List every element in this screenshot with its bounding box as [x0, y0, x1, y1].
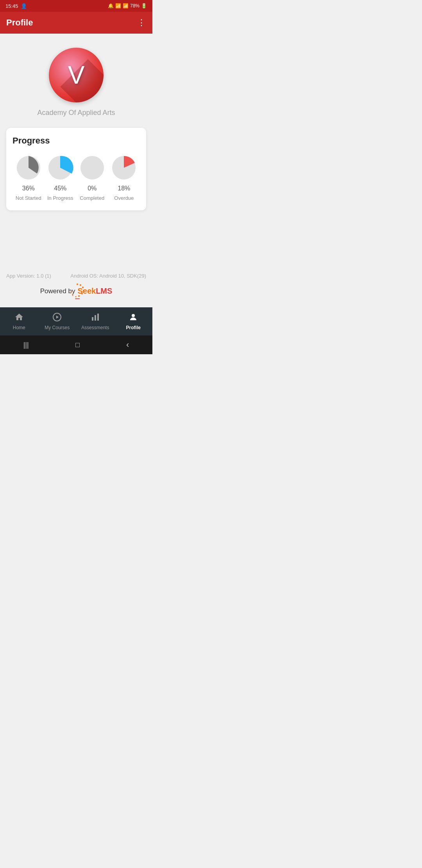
android-nav-bar: ||| □ ‹: [0, 335, 152, 354]
pct-in-progress: 45%: [54, 185, 66, 192]
logo-arc-icon: [70, 283, 84, 299]
svg-point-8: [81, 293, 83, 294]
pct-not-started: 36%: [22, 185, 35, 192]
home-button[interactable]: □: [75, 341, 80, 349]
more-options-button[interactable]: ⋮: [137, 18, 146, 28]
svg-marker-15: [56, 316, 59, 319]
person-icon: [129, 312, 138, 323]
play-icon: [52, 312, 62, 323]
school-name: Academy Of Applied Arts: [37, 109, 115, 117]
avatar: V: [49, 48, 104, 102]
svg-point-4: [77, 283, 78, 285]
home-icon: [14, 312, 24, 323]
progress-item-in-progress: 45% In Progress: [46, 154, 74, 201]
nav-label-assessments: Assessments: [81, 325, 109, 330]
label-completed: Completed: [80, 195, 104, 201]
status-time: 15:45: [5, 3, 18, 9]
app-bar-title: Profile: [6, 18, 33, 28]
progress-item-completed: 0% Completed: [78, 154, 106, 201]
nav-item-my-courses[interactable]: My Courses: [38, 312, 77, 330]
pct-completed: 0%: [88, 185, 97, 192]
svg-point-9: [78, 295, 80, 297]
nav-item-profile[interactable]: Profile: [114, 312, 153, 330]
wifi-icon: 📶: [115, 3, 121, 9]
footer-info: App Version: 1.0 (1) Android OS: Android…: [0, 257, 152, 279]
avatar-letter: V: [68, 61, 85, 90]
app-version: App Version: 1.0 (1): [6, 273, 51, 279]
nav-label-profile: Profile: [126, 325, 141, 330]
svg-rect-16: [92, 317, 93, 321]
lms-text: LMS: [96, 287, 112, 296]
status-user-icon: 👤: [21, 3, 27, 9]
svg-rect-13: [75, 298, 80, 299]
powered-by: Powered by SeekLMS: [40, 287, 113, 296]
svg-point-2: [80, 156, 104, 179]
alarm-icon: 🔔: [108, 3, 114, 9]
pie-not-started: [14, 154, 43, 182]
app-bar: Profile ⋮: [0, 12, 152, 34]
status-time-area: 15:45 👤: [5, 3, 27, 9]
progress-title: Progress: [13, 136, 140, 146]
nav-label-my-courses: My Courses: [45, 325, 70, 330]
pie-overdue: [110, 154, 138, 182]
svg-point-11: [72, 295, 73, 296]
nav-item-home[interactable]: Home: [0, 312, 38, 330]
battery-pct: 78%: [130, 3, 139, 9]
progress-item-overdue: 18% Overdue: [110, 154, 138, 201]
recent-apps-button[interactable]: |||: [23, 341, 29, 349]
svg-point-10: [75, 296, 77, 298]
pie-completed: [78, 154, 106, 182]
android-os: Android OS: Android 10, SDK(29): [70, 273, 146, 279]
nav-item-assessments[interactable]: Assessments: [76, 312, 114, 330]
back-button[interactable]: ‹: [126, 340, 129, 350]
svg-rect-17: [95, 315, 96, 321]
status-bar: 15:45 👤 🔔 📶 📶 78% 🔋: [0, 0, 152, 12]
pct-overdue: 18%: [118, 185, 130, 192]
seek-lms-logo: SeekLMS: [77, 287, 112, 296]
status-icons-area: 🔔 📶 📶 78% 🔋: [108, 3, 147, 9]
nav-label-home: Home: [13, 325, 25, 330]
bottom-nav: Home My Courses Assessments Prof: [0, 307, 152, 335]
bar-chart-icon: [91, 312, 100, 323]
powered-by-text: Powered by: [40, 287, 75, 295]
label-in-progress: In Progress: [47, 195, 73, 201]
main-content: V Academy Of Applied Arts Progress 36% N…: [0, 34, 152, 307]
progress-item-not-started: 36% Not Started: [14, 154, 43, 201]
progress-items: 36% Not Started 45% In Progress: [13, 154, 140, 201]
signal-icon: 📶: [123, 3, 129, 9]
progress-card: Progress 36% Not Started: [6, 128, 146, 210]
svg-point-7: [83, 290, 84, 291]
label-not-started: Not Started: [16, 195, 41, 201]
pie-in-progress: [46, 154, 74, 182]
svg-point-19: [132, 314, 135, 317]
label-overdue: Overdue: [114, 195, 134, 201]
battery-icon: 🔋: [141, 3, 147, 9]
avatar-container: V: [49, 48, 104, 102]
svg-point-6: [82, 287, 84, 288]
svg-point-12: [71, 292, 72, 293]
svg-rect-18: [97, 314, 99, 321]
svg-point-5: [80, 284, 81, 286]
